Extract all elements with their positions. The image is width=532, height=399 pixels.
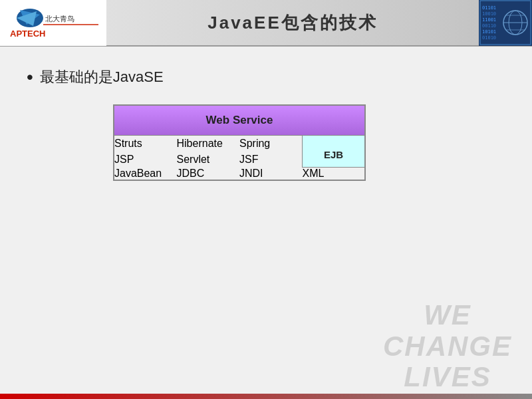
svg-text:00110: 00110: [482, 23, 496, 29]
xml-cell: XML: [303, 168, 366, 181]
header-image: 01101 10010 11001 00110 10101 01010: [479, 0, 532, 46]
svg-text:01101: 01101: [482, 5, 496, 11]
svg-text:11001: 11001: [482, 17, 496, 23]
watermark-line3: LIVES: [383, 362, 512, 392]
jndi-cell: JNDI: [239, 168, 303, 181]
javabean-cell: JavaBean: [114, 168, 177, 181]
webservice-row: Web Service: [114, 105, 365, 136]
svg-text:APTECH: APTECH: [10, 29, 45, 39]
header: APTECH 北大青鸟 JavaEE包含的技术 01101 10010 1100…: [0, 0, 532, 47]
header-title: JavaEE包含的技术: [106, 11, 479, 35]
jsf-cell: JSF: [239, 152, 303, 168]
svg-text:01010: 01010: [482, 35, 496, 41]
table-container: Web Service Struts Hibernate Spring EJB …: [113, 104, 366, 181]
logo-image: APTECH 北大青鸟: [7, 5, 100, 41]
tech-table: Web Service Struts Hibernate Spring EJB …: [113, 104, 366, 181]
watermark: WE CHANGE LIVES: [383, 300, 512, 392]
jdbc-cell: JDBC: [177, 168, 240, 181]
ejb-cell: EJB: [303, 136, 366, 168]
struts-cell: Struts: [114, 136, 177, 152]
svg-text:10101: 10101: [482, 29, 496, 35]
servlet-cell: Servlet: [177, 152, 240, 168]
spring-cell: Spring: [239, 136, 303, 152]
svg-text:北大青鸟: 北大青鸟: [45, 15, 74, 23]
watermark-line1: WE: [383, 300, 512, 331]
bottom-bar: [0, 394, 532, 399]
main-content: 最基础的是JavaSE Web Service Struts Hibernate…: [0, 47, 532, 201]
javabean-row: JavaBean JDBC JNDI XML: [114, 168, 365, 181]
hibernate-cell: Hibernate: [177, 136, 240, 152]
webservice-cell: Web Service: [114, 105, 365, 136]
bullet-text: 最基础的是JavaSE: [27, 66, 505, 88]
logo-area: APTECH 北大青鸟: [0, 0, 106, 46]
svg-text:10010: 10010: [482, 11, 496, 17]
frameworks-row: Struts Hibernate Spring EJB: [114, 136, 365, 152]
jsp-cell: JSP: [114, 152, 177, 168]
watermark-line2: CHANGE: [383, 331, 512, 362]
